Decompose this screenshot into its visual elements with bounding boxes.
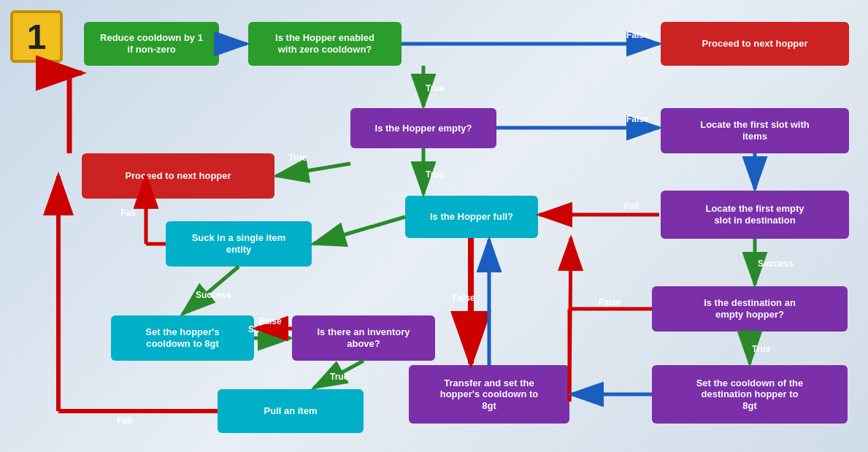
svg-text:True: True	[426, 169, 445, 180]
svg-line-34	[314, 361, 364, 388]
svg-text:Fail: Fail	[117, 415, 132, 426]
svg-text:True: True	[752, 344, 771, 354]
svg-line-14	[276, 164, 350, 176]
svg-text:False: False	[599, 297, 621, 307]
svg-line-27	[183, 267, 239, 314]
node-inventory-above: Is there an inventoryabove?	[292, 315, 435, 361]
step-number: 1	[10, 10, 63, 63]
svg-text:False: False	[626, 114, 649, 124]
node-hopper-full: Is the Hopper full?	[405, 196, 538, 238]
node-locate-first-slot: Locate the first slot withitems	[661, 108, 849, 153]
svg-text:False: False	[453, 293, 475, 303]
svg-text:True: True	[330, 372, 349, 382]
svg-text:False: False	[259, 316, 282, 326]
node-transfer-cooldown: Transfer and set thehopper's cooldown to…	[409, 365, 569, 424]
svg-text:True: True	[426, 83, 445, 93]
node-destination-empty-hopper: Is the destination anempty hopper?	[652, 286, 848, 332]
node-locate-empty-slot: Locate the first emptyslot in destinatio…	[661, 191, 849, 239]
svg-line-43	[569, 238, 571, 402]
node-set-destination-cooldown: Set the cooldown of thedestination hoppe…	[652, 365, 848, 424]
svg-text:False: False	[626, 30, 649, 40]
node-hopper-enabled: Is the Hopper enabledwith zero cooldown?	[248, 22, 402, 66]
svg-text:Fail: Fail	[624, 201, 640, 211]
svg-text:Fail: Fail	[120, 208, 136, 218]
node-pull-item: Pull an item	[218, 389, 364, 433]
node-proceed-next-2: Proceed to next hopper	[82, 153, 274, 199]
svg-text:Success: Success	[196, 290, 231, 300]
node-set-cooldown-8gt: Set the hopper'scooldown to 8gt	[111, 315, 254, 361]
node-proceed-next-1: Proceed to next hopper	[661, 22, 849, 66]
node-suck-item: Suck in a single itementity	[166, 221, 312, 267]
node-hopper-empty: Is the Hopper empty?	[350, 108, 496, 148]
svg-text:True: True	[288, 153, 307, 163]
node-reduce-cooldown: Reduce cooldown by 1if non-zero	[84, 22, 219, 66]
svg-text:Success: Success	[758, 258, 794, 269]
svg-line-29	[313, 217, 405, 244]
